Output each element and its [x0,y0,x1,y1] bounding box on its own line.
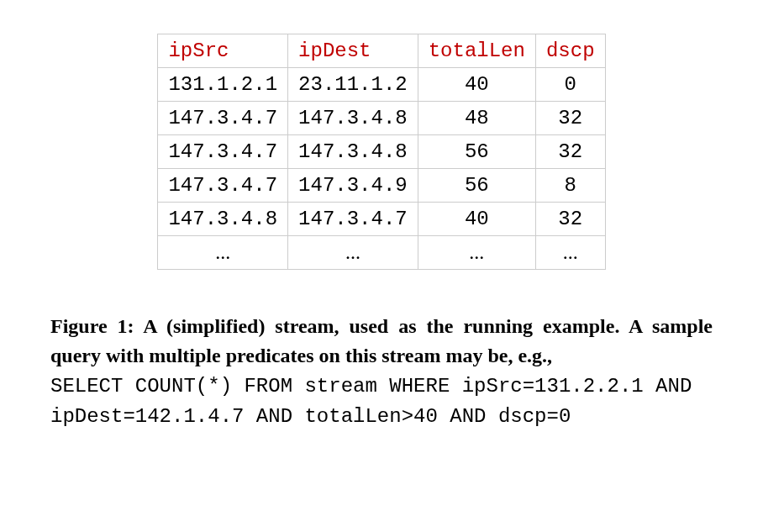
table-row: 147.3.4.7 147.3.4.8 48 32 [158,102,605,135]
cell-totallen: 40 [418,203,535,236]
cell-ipdest: 147.3.4.9 [288,169,418,203]
cell-ipsrc: 131.1.2.1 [158,68,288,102]
cell-dscp: 32 [535,135,605,169]
cell-ellipsis: ... [158,236,288,270]
cell-dscp: 8 [535,169,605,203]
cell-ellipsis: ... [535,236,605,270]
cell-ipdest: 147.3.4.8 [288,135,418,169]
caption-query-line1: SELECT COUNT(*) FROM stream WHERE ipSrc=… [50,375,692,398]
cell-ellipsis: ... [288,236,418,270]
cell-dscp: 0 [535,68,605,102]
cell-totallen: 56 [418,135,535,169]
stream-table: ipSrc ipDest totalLen dscp 131.1.2.1 23.… [157,34,605,270]
cell-ipdest: 147.3.4.7 [288,203,418,236]
figure-caption: Figure 1: A (simplified) stream, used as… [50,312,713,432]
cell-ellipsis: ... [418,236,535,270]
table-row: 147.3.4.8 147.3.4.7 40 32 [158,203,605,236]
table-row: 131.1.2.1 23.11.1.2 40 0 [158,68,605,102]
table-container: ipSrc ipDest totalLen dscp 131.1.2.1 23.… [50,34,713,270]
caption-query-line2: ipDest=142.1.4.7 AND totalLen>40 AND dsc… [50,405,571,428]
cell-ipdest: 23.11.1.2 [288,68,418,102]
col-ipdest: ipDest [288,34,418,68]
table-header-row: ipSrc ipDest totalLen dscp [158,34,605,68]
cell-totallen: 48 [418,102,535,135]
cell-ipsrc: 147.3.4.8 [158,203,288,236]
cell-totallen: 40 [418,68,535,102]
col-ipsrc: ipSrc [158,34,288,68]
cell-ipdest: 147.3.4.8 [288,102,418,135]
cell-ipsrc: 147.3.4.7 [158,169,288,203]
cell-dscp: 32 [535,102,605,135]
table-row-ellipsis: ... ... ... ... [158,236,605,270]
cell-ipsrc: 147.3.4.7 [158,135,288,169]
cell-totallen: 56 [418,169,535,203]
table-row: 147.3.4.7 147.3.4.9 56 8 [158,169,605,203]
cell-ipsrc: 147.3.4.7 [158,102,288,135]
table-row: 147.3.4.7 147.3.4.8 56 32 [158,135,605,169]
col-dscp: dscp [535,34,605,68]
caption-lead: Figure 1: A (simplified) stream, used as… [50,315,713,366]
cell-dscp: 32 [535,203,605,236]
col-totallen: totalLen [418,34,535,68]
